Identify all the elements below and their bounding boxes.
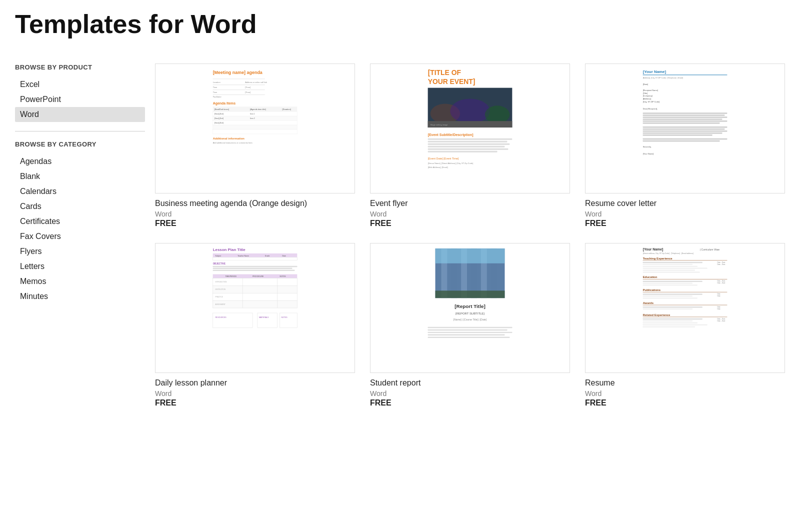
template-card-resume[interactable]: [Your Name] | Curriculum Vitae [Street a… [585, 243, 785, 408]
page-title: Templates for Word [15, 10, 785, 38]
svg-rect-169 [643, 320, 692, 322]
svg-rect-99 [213, 293, 298, 300]
template-price-student-report: FREE [370, 398, 570, 408]
svg-rect-167 [643, 318, 702, 320]
main-content: [Meeting name] agenda Location Address o… [155, 64, 785, 408]
svg-rect-84 [213, 266, 298, 267]
svg-point-35 [450, 99, 490, 124]
svg-text:ASSESSMENT: ASSESSMENT [216, 304, 226, 306]
svg-rect-66 [643, 126, 728, 128]
browse-by-product-heading: BROWSE BY PRODUCT [15, 64, 145, 72]
sidebar-item-certificates[interactable]: Certificates [15, 214, 145, 229]
svg-text:[Your Name]: [Your Name] [643, 248, 664, 252]
svg-text:Grade: Grade [265, 255, 270, 257]
svg-text:Date – Date: Date – Date [718, 320, 726, 322]
svg-rect-43 [428, 146, 505, 148]
svg-text:Item 1: Item 1 [250, 113, 255, 115]
svg-text:YOUR EVENT]: YOUR EVENT] [428, 78, 476, 86]
svg-text:Time: Time [213, 86, 218, 88]
svg-rect-122 [436, 290, 505, 298]
svg-rect-111 [280, 313, 298, 328]
svg-text:[Event Date]  [Event Time]: [Event Date] [Event Time] [428, 157, 459, 160]
svg-rect-18 [213, 112, 298, 116]
template-card-agenda[interactable]: [Meeting name] agenda Location Address o… [155, 64, 355, 228]
template-price-lesson-plan: FREE [155, 398, 355, 408]
svg-text:Teacher Name: Teacher Name [238, 255, 249, 257]
svg-text:Date – Date: Date – Date [718, 264, 726, 266]
template-thumbnail-cover-letter: [Your Name] [Address], [City, ST ZIP Cod… [585, 64, 785, 194]
svg-rect-40 [428, 138, 512, 140]
sidebar-item-memos[interactable]: Memos [15, 274, 145, 289]
svg-text:Date – Date: Date – Date [718, 282, 726, 284]
svg-text:[Event Subtitle/Description]: [Event Subtitle/Description] [428, 133, 474, 137]
template-card-student-report[interactable]: [Report Title] [REPORT SUBTITLE] [Name] … [370, 243, 570, 408]
svg-rect-171 [643, 322, 698, 324]
sidebar-item-cards[interactable]: Cards [15, 199, 145, 214]
svg-text:Address or video call link: Address or video call link [245, 81, 267, 84]
sidebar-item-powerpoint[interactable]: PowerPoint [15, 92, 145, 107]
svg-text:MATERIALS: MATERIALS [259, 316, 269, 318]
template-name-lesson-plan: Daily lesson planner [155, 378, 355, 388]
svg-text:[TITLE OF: [TITLE OF [428, 68, 461, 76]
svg-text:Item 2: Item 2 [250, 118, 255, 120]
template-card-cover-letter[interactable]: [Your Name] [Address], [City, ST ZIP Cod… [585, 64, 785, 228]
svg-rect-126 [428, 327, 512, 328]
svg-text:Date: Date [718, 308, 721, 310]
svg-text:[Start/End times]: [Start/End times] [214, 108, 229, 110]
svg-text:Stage setting image: Stage setting image [430, 124, 448, 126]
svg-text:TIME/PERIOD: TIME/PERIOD [225, 276, 236, 278]
svg-text:Add additional instructions or: Add additional instructions or comments … [213, 142, 253, 144]
sidebar-item-agendas[interactable]: Agendas [15, 154, 145, 169]
svg-text:Sincerely,: Sincerely, [643, 146, 652, 148]
svg-rect-41 [428, 141, 508, 142]
svg-text:PRACTICE: PRACTICE [216, 296, 223, 298]
svg-rect-143 [643, 270, 695, 271]
svg-rect-128 [428, 332, 512, 333]
svg-rect-42 [428, 144, 510, 145]
svg-rect-103 [213, 300, 298, 308]
svg-rect-62 [643, 116, 728, 118]
svg-rect-72 [643, 140, 720, 142]
svg-rect-163 [643, 308, 692, 310]
template-thumbnail-event-flyer: [TITLE OF YOUR EVENT] Stage setting imag… [370, 64, 570, 194]
svg-text:Lesson Plan Title: Lesson Plan Title [213, 248, 246, 252]
template-product-lesson-plan: Word [155, 390, 355, 398]
svg-text:[Report Title]: [Report Title] [454, 304, 485, 309]
svg-text:[Name] | [Course Title] | [Dat: [Name] | [Course Title] | [Date] [454, 318, 487, 321]
svg-rect-137 [643, 262, 702, 263]
template-card-lesson-plan[interactable]: Lesson Plan Title Subject Teacher Name G… [155, 243, 355, 408]
svg-text:[City, ST ZIP Code]: [City, ST ZIP Code] [643, 101, 660, 104]
sidebar-item-calendars[interactable]: Calendars [15, 184, 145, 199]
template-price-cover-letter: FREE [585, 219, 785, 228]
svg-text:[Date]: [Date] [643, 83, 648, 86]
svg-rect-130 [428, 337, 510, 338]
svg-rect-172 [643, 324, 708, 326]
sidebar-item-letters[interactable]: Letters [15, 259, 145, 274]
svg-text:[Meeting name] agenda: [Meeting name] agenda [213, 70, 263, 75]
svg-rect-147 [643, 280, 702, 282]
svg-text:[Title]: [Title] [643, 92, 648, 94]
svg-text:[Agenda item title]: [Agenda item title] [250, 108, 266, 110]
svg-rect-109 [258, 313, 278, 328]
svg-rect-151 [643, 284, 698, 286]
sidebar-item-word[interactable]: Word [15, 107, 145, 122]
sidebar-item-minutes[interactable]: Minutes [15, 289, 145, 304]
svg-text:[Company]: [Company] [643, 95, 652, 98]
svg-rect-95 [213, 286, 298, 293]
sidebar-item-excel[interactable]: Excel [15, 77, 145, 92]
template-name-agenda: Business meeting agenda (Orange design) [155, 198, 355, 209]
svg-text:[Start]-[End]: [Start]-[End] [214, 118, 224, 120]
svg-text:[Time]: [Time] [245, 86, 250, 88]
svg-text:[Start]-[End]: [Start]-[End] [214, 122, 224, 124]
svg-text:[Your Name]: [Your Name] [643, 70, 666, 74]
svg-text:Agenda Items: Agenda Items [213, 102, 236, 106]
svg-text:[Start]-[End]: [Start]-[End] [214, 113, 224, 115]
sidebar-item-flyers[interactable]: Flyers [15, 244, 145, 259]
template-card-event-flyer[interactable]: [TITLE OF YOUR EVENT] Stage setting imag… [370, 64, 570, 228]
sidebar-item-blank[interactable]: Blank [15, 169, 145, 184]
svg-text:| Curriculum Vitae: | Curriculum Vitae [700, 248, 720, 251]
svg-rect-107 [213, 313, 252, 328]
sidebar-item-fax-covers[interactable]: Fax Covers [15, 229, 145, 244]
svg-text:[Time]: [Time] [245, 91, 250, 94]
svg-rect-65 [643, 122, 720, 124]
